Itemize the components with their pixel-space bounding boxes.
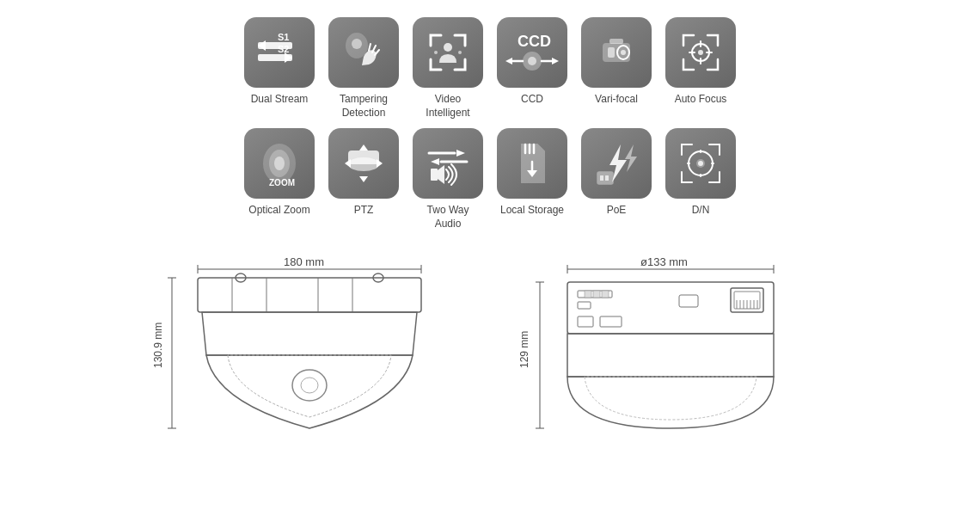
icon-item-dual-stream: S1 S2 Dual Stream: [244, 17, 315, 120]
tampering-icon-box: [328, 17, 399, 88]
icon-item-ptz: PTZ: [328, 128, 399, 230]
svg-point-13: [458, 51, 462, 54]
svg-marker-2: [258, 40, 266, 51]
icon-item-poe: PoE: [581, 128, 652, 230]
svg-point-12: [434, 51, 438, 54]
svg-text:S1: S1: [278, 32, 289, 42]
svg-point-34: [274, 157, 285, 170]
right-camera-diagram: ø133 mm 129 mm: [507, 252, 834, 449]
local-storage-label: Local Storage: [500, 204, 564, 218]
svg-rect-94: [602, 291, 609, 298]
left-camera-diagram: 180 mm 130.9 mm: [146, 252, 473, 449]
svg-rect-105: [578, 316, 593, 327]
icon-item-optical-zoom: ZOOM Optical Zoom: [244, 128, 315, 230]
svg-text:180 mm: 180 mm: [284, 255, 324, 268]
svg-marker-18: [505, 58, 512, 64]
icon-item-varifocal: Vari-focal: [581, 17, 652, 120]
svg-point-37: [348, 157, 379, 171]
svg-text:ZOOM: ZOOM: [269, 178, 295, 187]
svg-rect-104: [679, 295, 698, 307]
svg-rect-91: [578, 302, 591, 309]
svg-text:S2: S2: [278, 44, 289, 54]
svg-rect-46: [431, 169, 438, 181]
video-intelligent-icon-box: [413, 17, 483, 88]
svg-marker-20: [552, 58, 559, 64]
svg-text:ø133 mm: ø133 mm: [640, 255, 688, 268]
svg-rect-92: [585, 291, 591, 298]
ccd-label: CCD: [521, 93, 543, 107]
svg-point-7: [352, 39, 362, 49]
optical-zoom-label: Optical Zoom: [248, 204, 309, 218]
poe-icon-box: [581, 128, 652, 199]
two-way-audio-label: Two WayAudio: [427, 204, 469, 230]
svg-rect-55: [600, 175, 603, 181]
tampering-label: TamperingDetection: [340, 93, 388, 120]
dn-label: D/N: [692, 204, 710, 218]
svg-rect-25: [609, 39, 623, 44]
svg-marker-45: [431, 158, 439, 165]
ccd-icon-box: CCD: [497, 17, 567, 88]
svg-point-16: [528, 57, 536, 65]
icon-item-two-way-audio: Two WayAudio: [413, 128, 483, 230]
icon-item-dn: D/N: [665, 128, 736, 230]
svg-rect-106: [600, 316, 622, 327]
autofocus-icon-box: [665, 17, 736, 88]
svg-point-11: [444, 43, 452, 52]
svg-rect-72: [198, 278, 421, 312]
varifocal-icon-box: [581, 17, 652, 88]
icon-item-local-storage: Local Storage: [497, 128, 567, 230]
ptz-label: PTZ: [354, 204, 374, 218]
icons-row-2: ZOOM Optical Zoom: [52, 128, 928, 230]
dual-stream-label: Dual Stream: [251, 93, 309, 107]
svg-point-80: [301, 378, 318, 393]
svg-rect-89: [567, 282, 774, 334]
icons-row-1: S1 S2 Dual Stream: [52, 17, 928, 120]
video-intelligent-label: VideoIntelligent: [426, 93, 469, 120]
svg-text:CCD: CCD: [518, 33, 551, 50]
dn-icon-box: [665, 128, 736, 199]
varifocal-label: Vari-focal: [595, 93, 638, 107]
two-way-audio-icon-box: [413, 128, 483, 199]
optical-zoom-icon-box: ZOOM: [244, 128, 315, 199]
svg-marker-38: [359, 144, 368, 150]
svg-rect-56: [605, 175, 609, 181]
autofocus-label: Auto Focus: [675, 93, 727, 107]
svg-rect-93: [593, 291, 600, 298]
svg-marker-43: [456, 150, 465, 157]
page-container: S1 S2 Dual Stream: [0, 0, 980, 516]
svg-marker-53: [625, 144, 637, 172]
svg-text:129 mm: 129 mm: [518, 331, 530, 368]
svg-text:130.9 mm: 130.9 mm: [152, 322, 164, 368]
icon-item-tampering: TamperingDetection: [328, 17, 399, 120]
local-storage-icon-box: [497, 128, 567, 199]
svg-rect-22: [608, 47, 615, 58]
svg-rect-107: [567, 334, 774, 377]
poe-label: PoE: [607, 204, 627, 218]
svg-point-79: [292, 370, 327, 401]
dual-stream-icon-box: S1 S2: [244, 17, 315, 88]
svg-point-27: [698, 50, 703, 55]
icons-section: S1 S2 Dual Stream: [52, 17, 928, 230]
svg-marker-39: [359, 176, 368, 182]
svg-point-63: [698, 161, 703, 166]
icon-item-video-intelligent: VideoIntelligent: [413, 17, 483, 120]
icon-item-ccd: CCD CCD: [497, 17, 567, 120]
svg-line-8: [369, 44, 371, 51]
svg-point-24: [621, 50, 626, 55]
svg-marker-41: [377, 159, 383, 168]
ptz-icon-box: [328, 128, 399, 199]
icon-item-autofocus: Auto Focus: [665, 17, 736, 120]
diagrams-section: 180 mm 130.9 mm: [52, 252, 928, 449]
svg-marker-40: [345, 159, 351, 168]
